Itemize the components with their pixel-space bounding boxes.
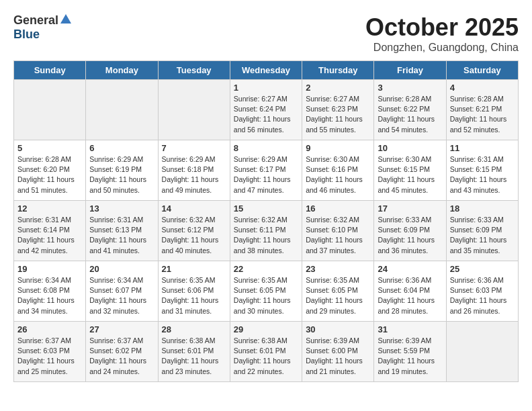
day-cell: 24Sunrise: 6:36 AM Sunset: 6:04 PM Dayli… — [374, 261, 446, 322]
day-info: Sunrise: 6:31 AM Sunset: 6:15 PM Dayligh… — [450, 154, 515, 195]
day-number: 22 — [234, 264, 298, 274]
day-cell: 30Sunrise: 6:39 AM Sunset: 6:00 PM Dayli… — [302, 322, 374, 382]
day-info: Sunrise: 6:34 AM Sunset: 6:07 PM Dayligh… — [89, 275, 154, 316]
day-cell: 4Sunrise: 6:28 AM Sunset: 6:21 PM Daylig… — [446, 80, 518, 140]
logo: General Blue — [13, 13, 71, 42]
day-info: Sunrise: 6:28 AM Sunset: 6:22 PM Dayligh… — [378, 94, 442, 135]
day-cell: 18Sunrise: 6:33 AM Sunset: 6:09 PM Dayli… — [446, 201, 518, 261]
day-header-friday: Friday — [374, 61, 446, 80]
day-info: Sunrise: 6:28 AM Sunset: 6:20 PM Dayligh… — [17, 154, 82, 195]
day-cell: 15Sunrise: 6:32 AM Sunset: 6:11 PM Dayli… — [230, 201, 302, 261]
day-number: 12 — [17, 203, 82, 214]
day-number: 11 — [450, 143, 515, 153]
day-header-wednesday: Wednesday — [230, 61, 302, 80]
day-number: 18 — [450, 203, 515, 214]
day-cell: 22Sunrise: 6:35 AM Sunset: 6:05 PM Dayli… — [230, 261, 302, 322]
day-number: 26 — [17, 324, 82, 334]
day-cell: 8Sunrise: 6:29 AM Sunset: 6:17 PM Daylig… — [230, 140, 302, 201]
day-info: Sunrise: 6:38 AM Sunset: 6:01 PM Dayligh… — [234, 336, 298, 377]
week-row-1: 1Sunrise: 6:27 AM Sunset: 6:24 PM Daylig… — [14, 80, 519, 140]
day-info: Sunrise: 6:35 AM Sunset: 6:06 PM Dayligh… — [162, 275, 226, 316]
logo-triangle-icon — [60, 14, 71, 26]
header: General Blue October 2025 Dongzhen, Guan… — [13, 13, 519, 54]
day-cell: 21Sunrise: 6:35 AM Sunset: 6:06 PM Dayli… — [158, 261, 230, 322]
day-number: 16 — [306, 203, 370, 214]
day-info: Sunrise: 6:31 AM Sunset: 6:14 PM Dayligh… — [17, 215, 82, 256]
logo-blue-text: Blue — [13, 28, 40, 41]
day-info: Sunrise: 6:32 AM Sunset: 6:11 PM Dayligh… — [234, 215, 298, 256]
title-area: October 2025 Dongzhen, Guangdong, China — [365, 13, 519, 54]
day-header-tuesday: Tuesday — [158, 61, 230, 80]
day-info: Sunrise: 6:34 AM Sunset: 6:08 PM Dayligh… — [17, 275, 82, 316]
day-number: 2 — [306, 83, 370, 93]
day-number: 27 — [89, 324, 154, 334]
day-info: Sunrise: 6:27 AM Sunset: 6:24 PM Dayligh… — [234, 94, 298, 135]
day-info: Sunrise: 6:39 AM Sunset: 5:59 PM Dayligh… — [378, 336, 442, 377]
day-cell: 6Sunrise: 6:29 AM Sunset: 6:19 PM Daylig… — [86, 140, 158, 201]
day-number: 15 — [234, 203, 298, 214]
day-info: Sunrise: 6:30 AM Sunset: 6:16 PM Dayligh… — [306, 154, 370, 195]
day-header-thursday: Thursday — [302, 61, 374, 80]
day-number: 19 — [17, 264, 82, 274]
day-info: Sunrise: 6:29 AM Sunset: 6:17 PM Dayligh… — [234, 154, 298, 195]
day-info: Sunrise: 6:38 AM Sunset: 6:01 PM Dayligh… — [162, 336, 226, 377]
day-cell: 2Sunrise: 6:27 AM Sunset: 6:23 PM Daylig… — [302, 80, 374, 140]
day-cell: 12Sunrise: 6:31 AM Sunset: 6:14 PM Dayli… — [14, 201, 86, 261]
day-info: Sunrise: 6:36 AM Sunset: 6:04 PM Dayligh… — [378, 275, 442, 316]
day-cell: 28Sunrise: 6:38 AM Sunset: 6:01 PM Dayli… — [158, 322, 230, 382]
day-cell: 10Sunrise: 6:30 AM Sunset: 6:15 PM Dayli… — [374, 140, 446, 201]
day-cell: 17Sunrise: 6:33 AM Sunset: 6:09 PM Dayli… — [374, 201, 446, 261]
day-number: 24 — [378, 264, 442, 274]
day-cell: 11Sunrise: 6:31 AM Sunset: 6:15 PM Dayli… — [446, 140, 518, 201]
day-number: 9 — [306, 143, 370, 153]
day-cell: 5Sunrise: 6:28 AM Sunset: 6:20 PM Daylig… — [14, 140, 86, 201]
day-cell: 1Sunrise: 6:27 AM Sunset: 6:24 PM Daylig… — [230, 80, 302, 140]
day-info: Sunrise: 6:29 AM Sunset: 6:19 PM Dayligh… — [89, 154, 154, 195]
day-info: Sunrise: 6:33 AM Sunset: 6:09 PM Dayligh… — [450, 215, 515, 256]
day-number: 5 — [17, 143, 82, 153]
day-number: 29 — [234, 324, 298, 334]
calendar-subtitle: Dongzhen, Guangdong, China — [365, 42, 519, 54]
day-number: 7 — [162, 143, 226, 153]
days-header-row: SundayMondayTuesdayWednesdayThursdayFrid… — [14, 61, 519, 80]
day-number: 14 — [162, 203, 226, 214]
day-number: 4 — [450, 83, 515, 93]
day-cell — [86, 80, 158, 140]
day-cell: 23Sunrise: 6:35 AM Sunset: 6:05 PM Dayli… — [302, 261, 374, 322]
day-info: Sunrise: 6:27 AM Sunset: 6:23 PM Dayligh… — [306, 94, 370, 135]
day-number: 28 — [162, 324, 226, 334]
day-cell: 16Sunrise: 6:32 AM Sunset: 6:10 PM Dayli… — [302, 201, 374, 261]
day-cell: 13Sunrise: 6:31 AM Sunset: 6:13 PM Dayli… — [86, 201, 158, 261]
week-row-4: 19Sunrise: 6:34 AM Sunset: 6:08 PM Dayli… — [14, 261, 519, 322]
day-info: Sunrise: 6:31 AM Sunset: 6:13 PM Dayligh… — [89, 215, 154, 256]
calendar-table: SundayMondayTuesdayWednesdayThursdayFrid… — [13, 60, 519, 382]
day-info: Sunrise: 6:35 AM Sunset: 6:05 PM Dayligh… — [234, 275, 298, 316]
day-number: 10 — [378, 143, 442, 153]
day-info: Sunrise: 6:33 AM Sunset: 6:09 PM Dayligh… — [378, 215, 442, 256]
calendar-title: October 2025 — [365, 13, 519, 42]
day-number: 21 — [162, 264, 226, 274]
week-row-2: 5Sunrise: 6:28 AM Sunset: 6:20 PM Daylig… — [14, 140, 519, 201]
day-cell: 27Sunrise: 6:37 AM Sunset: 6:02 PM Dayli… — [86, 322, 158, 382]
day-number: 31 — [378, 324, 442, 334]
day-cell: 26Sunrise: 6:37 AM Sunset: 6:03 PM Dayli… — [14, 322, 86, 382]
day-info: Sunrise: 6:36 AM Sunset: 6:03 PM Dayligh… — [450, 275, 515, 316]
day-number: 23 — [306, 264, 370, 274]
day-cell: 19Sunrise: 6:34 AM Sunset: 6:08 PM Dayli… — [14, 261, 86, 322]
day-cell — [446, 322, 518, 382]
day-info: Sunrise: 6:37 AM Sunset: 6:02 PM Dayligh… — [89, 336, 154, 377]
day-cell: 7Sunrise: 6:29 AM Sunset: 6:18 PM Daylig… — [158, 140, 230, 201]
day-header-sunday: Sunday — [14, 61, 86, 80]
day-header-monday: Monday — [86, 61, 158, 80]
day-cell: 9Sunrise: 6:30 AM Sunset: 6:16 PM Daylig… — [302, 140, 374, 201]
day-number: 30 — [306, 324, 370, 334]
day-number: 3 — [378, 83, 442, 93]
day-info: Sunrise: 6:35 AM Sunset: 6:05 PM Dayligh… — [306, 275, 370, 316]
day-info: Sunrise: 6:39 AM Sunset: 6:00 PM Dayligh… — [306, 336, 370, 377]
day-number: 6 — [89, 143, 154, 153]
day-cell: 29Sunrise: 6:38 AM Sunset: 6:01 PM Dayli… — [230, 322, 302, 382]
day-cell: 3Sunrise: 6:28 AM Sunset: 6:22 PM Daylig… — [374, 80, 446, 140]
week-row-3: 12Sunrise: 6:31 AM Sunset: 6:14 PM Dayli… — [14, 201, 519, 261]
day-header-saturday: Saturday — [446, 61, 518, 80]
day-cell: 14Sunrise: 6:32 AM Sunset: 6:12 PM Dayli… — [158, 201, 230, 261]
